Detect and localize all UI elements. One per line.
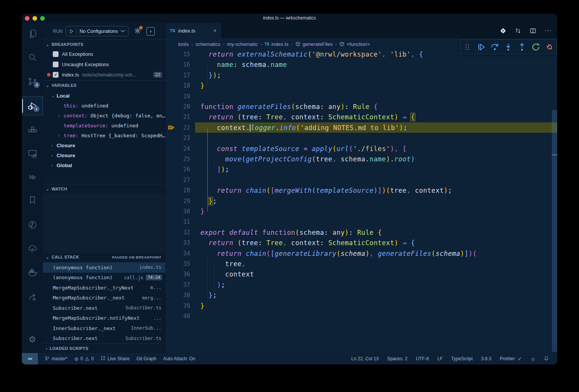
variables-section-header[interactable]: ⌄ VARIABLES <box>43 80 165 90</box>
call-stack-frame[interactable]: Subscriber.nextSubscriber.ts <box>43 333 165 344</box>
call-stack-frame[interactable]: (anonymous function)call.js74:24 <box>43 273 165 283</box>
code-line[interactable]: 28 return chain([mergeWith(templateSourc… <box>165 185 557 196</box>
variable-row[interactable]: ›context: Object {debug: false, en… <box>43 111 165 120</box>
activity-bar-item-test-explorer[interactable] <box>22 239 43 259</box>
line-number[interactable]: 23 <box>165 135 195 142</box>
line-number[interactable]: 28 <box>165 187 195 194</box>
watch-section-header[interactable]: ⌄ WATCH <box>43 184 165 194</box>
variables-scope-row[interactable]: ⌄Local <box>43 91 165 101</box>
line-number[interactable]: 34 <box>165 250 195 257</box>
prettier-item[interactable]: Prettier: ✓ <box>500 356 522 362</box>
activity-bar-item-run-and-debug[interactable]: 1 <box>22 96 43 115</box>
open-changes-icon[interactable] <box>500 28 506 34</box>
activity-bar-item-docker[interactable] <box>22 263 43 282</box>
line-number[interactable]: 21 <box>165 114 195 120</box>
code-line[interactable]: 18} <box>165 81 557 91</box>
code-line[interactable]: 23 <box>165 133 557 143</box>
line-number[interactable]: 33 <box>165 239 195 246</box>
problems-item[interactable]: ⊘ 0 ⚠ 0 <box>74 356 94 362</box>
breadcrumb-item[interactable]: generateFiles <box>295 41 333 47</box>
drag-handle-button[interactable] <box>462 42 472 52</box>
code-line[interactable]: 32export default function(schema: any): … <box>165 227 557 237</box>
debug-console-button[interactable]: › <box>146 27 155 36</box>
code-line[interactable]: 37 ); <box>165 280 557 290</box>
step-out-button[interactable] <box>517 42 527 52</box>
breadcrumb-item[interactable]: my-schematic <box>227 41 258 47</box>
cursor-position-item[interactable]: Ln 22, Col 13 <box>351 356 379 361</box>
ts-version-item[interactable]: 3.8.3 <box>481 356 491 361</box>
activity-bar-item-source-control[interactable]: 3 <box>22 72 43 91</box>
code-line[interactable]: 25 move(getProjectConfig(tree, schema.na… <box>165 154 557 164</box>
code-line[interactable]: 24 const templateSource = apply(url('./f… <box>165 143 557 154</box>
code-line[interactable]: 33 return (tree: Tree, context: Schemati… <box>165 238 557 248</box>
breakpoints-section-header[interactable]: ⌄ BREAKPOINTS <box>43 39 165 49</box>
variable-row[interactable]: ›tree: HostTree {_backend: ScopedH… <box>43 130 165 140</box>
code-line[interactable]: 36 context <box>165 269 557 280</box>
feedback-item[interactable]: ☺ <box>530 356 535 362</box>
line-number[interactable]: 30 <box>165 208 195 215</box>
code-line[interactable]: 39} <box>165 301 557 311</box>
breakpoint-checkbox[interactable] <box>53 51 59 57</box>
line-number[interactable]: 31 <box>165 218 195 225</box>
line-number[interactable]: 15 <box>165 51 195 58</box>
activity-bar-item-live-share[interactable] <box>22 287 43 306</box>
breadcrumb-item[interactable]: <function> <box>339 41 370 47</box>
code-line[interactable]: 31 <box>165 217 557 227</box>
activity-bar-item-gitlens[interactable] <box>22 215 43 234</box>
call-stack-frame[interactable]: InnerSubscriber._nextInnerSub... <box>43 323 165 333</box>
breadcrumb-item[interactable]: TSindex.ts <box>265 41 289 47</box>
code-line[interactable]: 20function generateFiles(schema: any): R… <box>165 101 557 112</box>
line-number[interactable]: 24 <box>165 145 195 152</box>
language-mode-item[interactable]: TypeScript <box>451 356 473 361</box>
git-graph-item[interactable]: Git Graph <box>137 356 156 361</box>
live-share-item[interactable]: Live Share <box>101 356 129 362</box>
breakpoint-row[interactable]: All Exceptions <box>43 49 165 59</box>
line-number[interactable]: 17 <box>165 72 195 79</box>
restart-button[interactable] <box>531 42 541 52</box>
line-number[interactable]: 25 <box>165 156 195 163</box>
line-number[interactable]: 39 <box>165 303 195 309</box>
line-number[interactable]: 26 <box>165 166 195 173</box>
code-line-current[interactable]: 22 context.logger.info('adding NOTES.md … <box>165 122 557 133</box>
activity-bar-item-settings[interactable]: ⚙ <box>22 330 43 349</box>
code-line[interactable]: 29 }; <box>165 196 557 206</box>
line-number[interactable]: 35 <box>165 260 195 267</box>
variables-scope-row[interactable]: ›Closure <box>43 140 165 150</box>
step-over-button[interactable] <box>490 42 500 52</box>
activity-bar-item-nx-console[interactable]: N≥ <box>22 168 43 187</box>
activity-bar-item-remote-explorer[interactable] <box>22 144 43 163</box>
code-line[interactable]: 19 <box>165 91 557 101</box>
compare-changes-icon[interactable] <box>515 28 521 34</box>
variable-row[interactable]: this: undefined <box>43 101 165 111</box>
line-number[interactable]: 16 <box>165 61 195 68</box>
loaded-scripts-section-header[interactable]: › LOADED SCRIPTS <box>43 343 165 353</box>
breakpoint-row[interactable]: Uncaught Exceptions <box>43 59 165 70</box>
code-line[interactable]: 40 <box>165 311 557 321</box>
code-line[interactable]: 35 tree, <box>165 259 557 269</box>
debug-settings-gear[interactable] <box>134 27 141 36</box>
breadcrumb-item[interactable]: schematics <box>195 41 220 47</box>
activity-bar-item-explorer[interactable] <box>22 24 43 43</box>
line-number[interactable]: 40 <box>165 313 195 320</box>
call-stack-frame[interactable]: MergeMapSubscriber._tryNextm... <box>43 283 165 293</box>
activity-bar-item-search[interactable] <box>22 48 43 67</box>
code-line[interactable]: 30} <box>165 206 557 216</box>
code-area[interactable]: 14function generateLibrary(schema: any):… <box>165 38 557 353</box>
line-number[interactable]: 38 <box>165 292 195 299</box>
line-number[interactable]: 20 <box>165 103 195 110</box>
code-line[interactable]: 16 name: schema.name <box>165 60 557 70</box>
code-line[interactable]: 27 <box>165 175 557 185</box>
eol-item[interactable]: LF <box>437 356 442 361</box>
call-stack-frame[interactable]: Subscriber.nextSubscriber.ts <box>43 303 165 313</box>
scrollbar-slider[interactable] <box>552 110 557 352</box>
editor-scrollbar[interactable] <box>552 38 557 353</box>
continue-button[interactable] <box>476 42 486 52</box>
call-stack-section-header[interactable]: ⌄ CALL STACK PAUSED ON BREAKPOINT <box>43 252 165 262</box>
breadcrumb-item[interactable]: tools <box>178 41 189 47</box>
launch-configuration-dropdown[interactable]: No Configurations <box>66 26 128 36</box>
line-number[interactable]: 32 <box>165 229 195 236</box>
indentation-item[interactable]: Spaces: 2 <box>387 356 407 361</box>
step-into-button[interactable] <box>503 42 513 52</box>
code-line[interactable]: 26 ]); <box>165 164 557 175</box>
activity-bar-item-bookmarks[interactable] <box>22 190 43 210</box>
